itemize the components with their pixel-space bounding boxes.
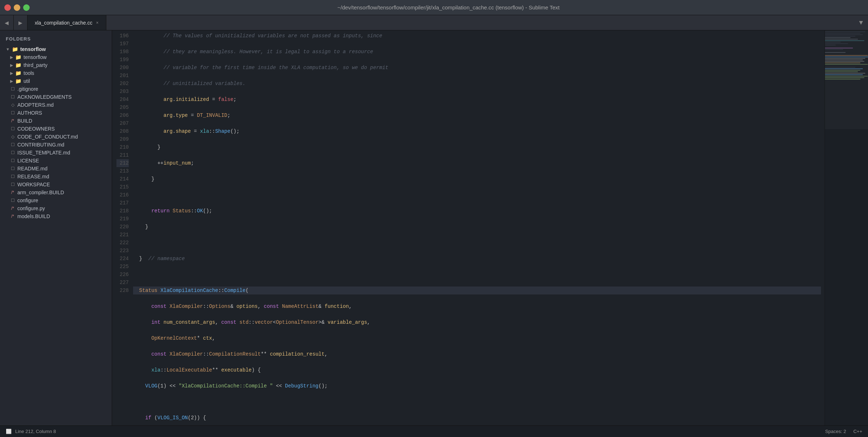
statusbar-language: C++: [853, 429, 862, 434]
sidebar-item-adopters[interactable]: ◇ ADOPTERS.md: [0, 101, 112, 109]
chevron-right-icon: ▶: [10, 63, 13, 68]
window-title: ~/dev/tensorflow/tensorflow/compiler/jit…: [33, 4, 864, 10]
close-window-button[interactable]: [4, 4, 11, 11]
sidebar-item-configure[interactable]: ☐ configure: [0, 196, 112, 204]
file-label: ADOPTERS.md: [17, 102, 54, 108]
file-build-icon: /*: [10, 206, 15, 211]
file-label: .gitignore: [17, 86, 38, 92]
sidebar-item-license[interactable]: ☐ LICENSE: [0, 157, 112, 165]
file-build-icon: /*: [10, 214, 15, 219]
minimap: [825, 30, 868, 425]
tabbar: ◀ ▶ xla_compilation_cache.cc × ▼: [0, 15, 868, 30]
titlebar: ~/dev/tensorflow/tensorflow/compiler/jit…: [0, 0, 868, 15]
file-label: LICENSE: [17, 158, 39, 164]
minimize-window-button[interactable]: [14, 4, 20, 11]
chevron-right-icon: ▶: [10, 79, 13, 84]
sidebar-item-release[interactable]: ☐ RELEASE.md: [0, 173, 112, 181]
file-label: WORKSPACE: [17, 182, 50, 187]
sidebar-item-util[interactable]: ▶ 📁 util: [0, 77, 112, 85]
folder-icon: 📁: [12, 46, 18, 52]
sidebar-item-configure-py[interactable]: /* configure.py: [0, 204, 112, 212]
file-label: README.md: [17, 166, 47, 171]
folder-label: util: [24, 78, 30, 84]
sidebar-item-gitignore[interactable]: ☐ .gitignore: [0, 85, 112, 93]
file-label: CONTRIBUTING.md: [17, 142, 64, 148]
traffic-lights: [4, 4, 30, 11]
file-label: models.BUILD: [17, 213, 50, 219]
file-label: CODE_OF_CONDUCT.md: [17, 134, 78, 140]
sidebar-item-authors[interactable]: ☐ AUTHORS: [0, 109, 112, 117]
sidebar-item-tensorflow[interactable]: ▶ 📁 tensorflow: [0, 53, 112, 61]
sidebar-item-codeowners[interactable]: ☐ CODEOWNERS: [0, 125, 112, 133]
file-label: configure: [17, 198, 38, 203]
file-label: ACKNOWLEDGMENTS: [17, 94, 72, 100]
file-icon: ☐: [10, 110, 15, 115]
statusbar-icon: ⬜: [6, 429, 12, 434]
sidebar-item-third-party[interactable]: ▶ 📁 third_party: [0, 61, 112, 69]
file-build-icon: /*: [10, 118, 15, 123]
tab-filename: xla_compilation_cache.cc: [35, 20, 93, 26]
statusbar-spaces: Spaces: 2: [825, 429, 846, 434]
statusbar-right: Spaces: 2 C++: [825, 429, 862, 434]
file-icon: ☐: [10, 150, 15, 155]
folder-icon: 📁: [15, 54, 21, 60]
minimap-svg: [825, 30, 868, 425]
sidebar-item-tools[interactable]: ▶ 📁 tools: [0, 69, 112, 77]
tab-chevron-icon[interactable]: ▼: [854, 15, 868, 30]
main-area: FOLDERS ▼ 📁 tensorflow ▶ 📁 tensorflow ▶ …: [0, 30, 868, 425]
tab-close-button[interactable]: ×: [96, 20, 99, 25]
maximize-window-button[interactable]: [23, 4, 30, 11]
code-content[interactable]: // The values of uninitialized variables…: [133, 30, 825, 425]
folder-label: third_party: [24, 62, 47, 68]
sidebar-item-arm-compiler-build[interactable]: /* arm_compiler.BUILD: [0, 188, 112, 196]
file-label: AUTHORS: [17, 110, 42, 116]
file-label: ISSUE_TEMPLATE.md: [17, 150, 70, 156]
root-folder-label: tensorflow: [20, 46, 46, 52]
statusbar: ⬜ Line 212, Column 8 Spaces: 2 C++: [0, 425, 868, 437]
file-icon: ☐: [10, 126, 15, 131]
sidebar-item-issue-template[interactable]: ☐ ISSUE_TEMPLATE.md: [0, 149, 112, 157]
editor[interactable]: 196 197 198 199 200 201 202 203 204 205 …: [112, 30, 825, 425]
file-icon: ☐: [10, 198, 15, 203]
file-label: arm_compiler.BUILD: [17, 190, 64, 195]
folder-icon: 📁: [15, 62, 21, 68]
line-numbers: 196 197 198 199 200 201 202 203 204 205 …: [112, 30, 133, 425]
file-icon: ☐: [10, 94, 15, 99]
file-label: BUILD: [17, 118, 32, 124]
tab-nav-right[interactable]: ▶: [14, 15, 27, 30]
file-icon: ☐: [10, 182, 15, 187]
sidebar-item-acknowledgments[interactable]: ☐ ACKNOWLEDGMENTS: [0, 93, 112, 101]
file-label: CODEOWNERS: [17, 126, 55, 132]
file-label: RELEASE.md: [17, 174, 49, 179]
folder-label: tools: [24, 70, 34, 76]
sidebar: FOLDERS ▼ 📁 tensorflow ▶ 📁 tensorflow ▶ …: [0, 30, 112, 425]
svg-rect-30: [825, 30, 868, 129]
file-icon: ☐: [10, 166, 15, 171]
sidebar-item-root-tensorflow[interactable]: ▼ 📁 tensorflow: [0, 45, 112, 53]
sidebar-item-build[interactable]: /* BUILD: [0, 117, 112, 125]
chevron-right-icon: ▶: [10, 71, 13, 76]
statusbar-position: Line 212, Column 8: [15, 429, 56, 434]
sidebar-item-workspace[interactable]: ☐ WORKSPACE: [0, 181, 112, 188]
chevron-right-icon: ▶: [10, 55, 13, 60]
file-icon: ☐: [10, 86, 15, 92]
file-diamond-icon: ◇: [10, 134, 15, 139]
code-area[interactable]: 196 197 198 199 200 201 202 203 204 205 …: [112, 30, 825, 425]
sidebar-item-readme[interactable]: ☐ README.md: [0, 165, 112, 173]
sidebar-header: FOLDERS: [0, 34, 112, 45]
tab-active[interactable]: xla_compilation_cache.cc ×: [27, 15, 106, 30]
file-icon: ☐: [10, 174, 15, 179]
tab-nav-left[interactable]: ◀: [0, 15, 14, 30]
file-icon: ☐: [10, 158, 15, 163]
file-diamond-icon: ◇: [10, 102, 15, 107]
sidebar-item-contributing[interactable]: ☐ CONTRIBUTING.md: [0, 141, 112, 149]
file-icon: ☐: [10, 142, 15, 147]
sidebar-item-models-build[interactable]: /* models.BUILD: [0, 212, 112, 220]
folder-icon: 📁: [15, 78, 21, 84]
folder-label: tensorflow: [24, 54, 47, 60]
file-label: configure.py: [17, 205, 45, 211]
sidebar-item-code-of-conduct[interactable]: ◇ CODE_OF_CONDUCT.md: [0, 133, 112, 141]
file-build-icon: /*: [10, 190, 15, 195]
chevron-down-icon: ▼: [6, 47, 10, 51]
folder-icon: 📁: [15, 70, 21, 76]
